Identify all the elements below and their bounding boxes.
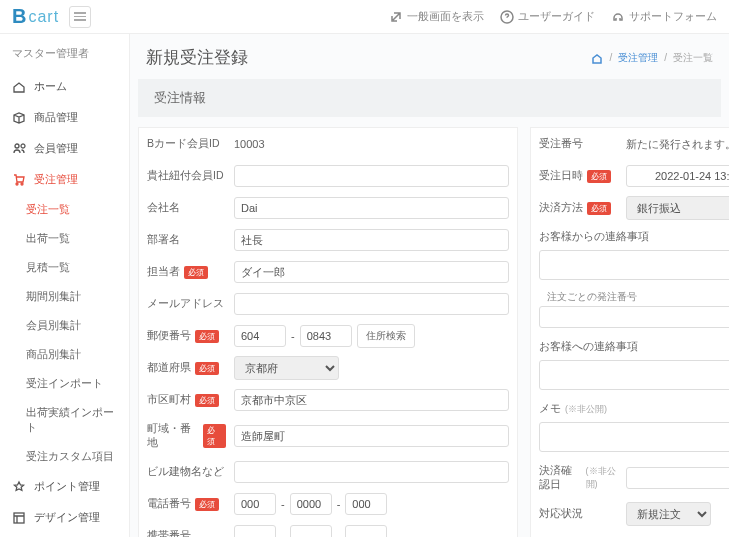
mob2-input[interactable] (290, 525, 332, 537)
support-link[interactable]: サポートフォーム (611, 9, 717, 24)
pref-select[interactable]: 京都府 (234, 356, 339, 380)
order-dt-label: 受注日時必須 (531, 163, 626, 189)
town-label: 町域・番地必須 (139, 416, 234, 456)
sub-ship-import[interactable]: 出荷実績インポート (0, 398, 129, 442)
status-label: 対応状況 (531, 501, 626, 527)
po-note-input[interactable] (539, 306, 729, 328)
order-dt-input[interactable] (626, 165, 729, 187)
sidebar-item-home[interactable]: ホーム (0, 71, 129, 102)
from-cust-textarea[interactable] (539, 250, 729, 280)
tel1-input[interactable] (234, 493, 276, 515)
order-no-value: 新たに発行されます。 (626, 137, 729, 152)
town-input[interactable] (234, 425, 509, 447)
to-cust-textarea[interactable] (539, 360, 729, 390)
linked-id-input[interactable] (234, 165, 509, 187)
external-view-link[interactable]: 一般画面を表示 (389, 9, 484, 24)
admin-label: マスター管理者 (0, 40, 129, 71)
address-search-button[interactable]: 住所検索 (357, 324, 415, 348)
section-title: 受注情報 (138, 79, 721, 117)
user-guide-link[interactable]: ユーザーガイド (500, 9, 595, 24)
company-input[interactable] (234, 197, 509, 219)
headset-icon (611, 10, 625, 24)
home-icon[interactable] (591, 52, 603, 64)
svg-point-1 (15, 144, 19, 148)
dept-label: 部署名 (139, 227, 234, 253)
from-cust-label: お客様からの連絡事項 (531, 224, 729, 250)
member-id-label: Bカード会員ID (139, 131, 234, 157)
linked-id-label: 貴社紐付会員ID (139, 163, 234, 189)
svg-rect-4 (14, 513, 24, 523)
right-panel: 受注番号新たに発行されます。 受注日時必須 決済方法必須銀行振込 お客様からの連… (530, 127, 729, 537)
zip1-input[interactable] (234, 325, 286, 347)
to-cust-label: お客様への連絡事項 (531, 334, 729, 360)
menu-toggle-button[interactable] (69, 6, 91, 28)
email-input[interactable] (234, 293, 509, 315)
tel-label: 電話番号必須 (139, 491, 234, 517)
sub-period-agg[interactable]: 期間別集計 (0, 282, 129, 311)
sidebar-item-point[interactable]: ポイント管理 (0, 471, 129, 502)
home-icon (12, 80, 26, 94)
mob1-input[interactable] (234, 525, 276, 537)
sidebar: マスター管理者 ホーム 商品管理 会員管理 受注管理 受注一覧 出荷一覧 見積一… (0, 34, 130, 537)
bc-order-mgmt[interactable]: 受注管理 (618, 51, 658, 65)
help-icon (500, 10, 514, 24)
person-input[interactable] (234, 261, 509, 283)
svg-point-2 (16, 183, 18, 185)
bc-order-list: 受注一覧 (673, 51, 713, 65)
city-label: 市区町村必須 (139, 387, 234, 413)
city-input[interactable] (234, 389, 509, 411)
member-id-value: 10003 (234, 138, 265, 150)
sub-order-import[interactable]: 受注インポート (0, 369, 129, 398)
status-select[interactable]: 新規注文 (626, 502, 711, 526)
sub-custom-fields[interactable]: 受注カスタム項目 (0, 442, 129, 471)
sidebar-item-content[interactable]: コンテンツ (0, 533, 129, 537)
pref-label: 都道府県必須 (139, 355, 234, 381)
layout-icon (12, 511, 26, 525)
sub-quote-list[interactable]: 見積一覧 (0, 253, 129, 282)
mob3-input[interactable] (345, 525, 387, 537)
memo-label: メモ(※非公開) (531, 396, 729, 422)
cart-icon (12, 173, 26, 187)
external-link-icon (389, 10, 403, 24)
po-note-label: 注文ごとの発注番号 (539, 286, 729, 306)
order-no-label: 受注番号 (531, 131, 626, 157)
memo-textarea[interactable] (539, 422, 729, 452)
confirm-label: 決済確認日 (※非公開) (531, 458, 626, 498)
sidebar-item-member[interactable]: 会員管理 (0, 133, 129, 164)
sidebar-item-order[interactable]: 受注管理 (0, 164, 129, 195)
logo: Bcart (12, 5, 59, 28)
tel2-input[interactable] (290, 493, 332, 515)
bldg-label: ビル建物名など (139, 459, 234, 485)
email-label: メールアドレス (139, 291, 234, 317)
breadcrumb: /受注管理 /受注一覧 (591, 51, 713, 65)
page-title: 新規受注登録 (146, 46, 248, 69)
bldg-input[interactable] (234, 461, 509, 483)
box-icon (12, 111, 26, 125)
svg-point-3 (21, 183, 23, 185)
tel3-input[interactable] (345, 493, 387, 515)
sub-order-list[interactable]: 受注一覧 (0, 195, 129, 224)
sub-member-agg[interactable]: 会員別集計 (0, 311, 129, 340)
sidebar-item-product[interactable]: 商品管理 (0, 102, 129, 133)
company-label: 会社名 (139, 195, 234, 221)
sidebar-item-design[interactable]: デザイン管理 (0, 502, 129, 533)
sub-product-agg[interactable]: 商品別集計 (0, 340, 129, 369)
users-icon (12, 142, 26, 156)
sub-shipping-list[interactable]: 出荷一覧 (0, 224, 129, 253)
pay-label: 決済方法必須 (531, 195, 626, 221)
confirm-dt-input[interactable] (626, 467, 729, 489)
dept-input[interactable] (234, 229, 509, 251)
person-label: 担当者必須 (139, 259, 234, 285)
star-icon (12, 480, 26, 494)
mob-label: 携帯番号 (139, 523, 234, 537)
pay-select[interactable]: 銀行振込 (626, 196, 729, 220)
zip2-input[interactable] (300, 325, 352, 347)
zip-label: 郵便番号必須 (139, 323, 234, 349)
left-panel: Bカード会員ID10003 貴社紐付会員ID 会社名 部署名 担当者必須 メール… (138, 127, 518, 537)
